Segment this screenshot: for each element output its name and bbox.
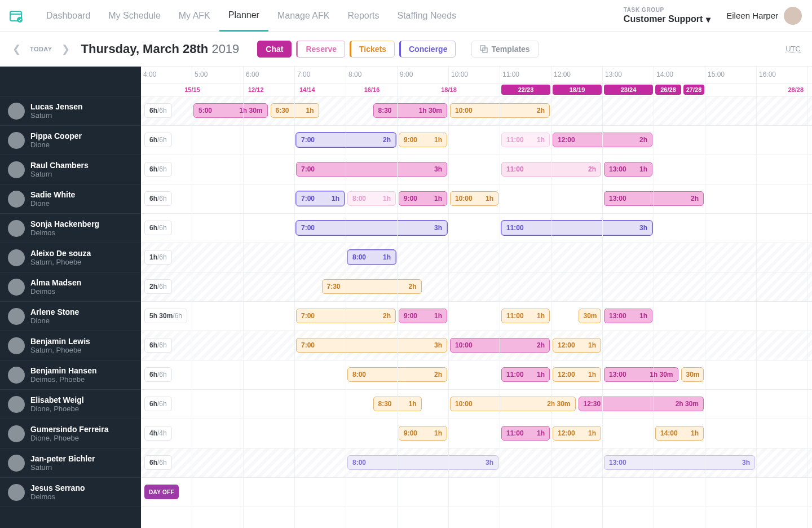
person-row[interactable]: Sadie WhiteDione	[0, 184, 141, 214]
schedule-block[interactable]: 10:002h	[450, 103, 550, 118]
schedule-block[interactable]: 11:002h	[501, 162, 601, 177]
person-row[interactable]: Elisabet WeiglDione, Phoebe	[0, 390, 141, 419]
person-row[interactable]: Alma MadsenDeimos	[0, 272, 141, 302]
schedule-block[interactable]: 7:002h	[296, 133, 396, 147]
nav-my-schedule[interactable]: My Schedule	[99, 0, 170, 31]
schedule-block[interactable]: 9:001h	[399, 426, 447, 441]
schedule-block[interactable]: 9:001h	[399, 133, 447, 147]
schedule-block[interactable]: 9:001h	[399, 309, 447, 323]
schedule-row[interactable]: 6h/6h8:301h10:002h 30m12:302h 30m	[141, 390, 812, 419]
person-name: Arlene Stone	[30, 307, 79, 317]
schedule-block[interactable]: 10:001h	[450, 191, 498, 206]
schedule-block[interactable]: 12:001h	[553, 338, 601, 353]
nav-dashboard[interactable]: Dashboard	[37, 0, 99, 31]
schedule-row[interactable]: 1h/6h8:001h	[141, 243, 812, 272]
hour-col: 13:00	[603, 67, 654, 83]
nav-reports[interactable]: Reports	[338, 0, 388, 31]
schedule-block[interactable]: 8:003h	[347, 455, 498, 470]
nav-staffing-needs[interactable]: Staffing Needs	[388, 0, 465, 31]
chip-reserve[interactable]: Reserve	[296, 41, 345, 58]
person-row[interactable]: Benjamin HansenDeimos, Phoebe	[0, 360, 141, 390]
schedule-block[interactable]: 11:001h	[501, 426, 550, 441]
prev-day-arrow[interactable]: ❮	[11, 43, 22, 55]
schedule-row[interactable]: DAY OFF	[141, 478, 812, 507]
nav-manage-afk[interactable]: Manage AFK	[268, 0, 339, 31]
hours-capacity: 6h/6h	[144, 162, 172, 177]
person-avatar	[8, 249, 25, 266]
schedule-block[interactable]: 7:001h	[296, 191, 345, 206]
person-row[interactable]: Gumersindo FerreiraDione, Phoebe	[0, 419, 141, 448]
schedule-block[interactable]: 11:001h	[501, 309, 550, 323]
schedule-block[interactable]: 6:301h	[271, 103, 319, 118]
next-day-arrow[interactable]: ❯	[60, 43, 71, 55]
schedule-row[interactable]: 6h/6h8:002h11:001h12:001h13:001h 30m30m	[141, 360, 812, 390]
hour-col: 6:00	[244, 67, 295, 83]
schedule-block[interactable]: 8:301h 30m	[373, 103, 448, 118]
schedule-block[interactable]: 7:302h	[322, 279, 422, 294]
user-menu[interactable]: Eileen Harper	[726, 7, 802, 25]
hour-label: 8:00	[348, 71, 361, 78]
person-avatar	[8, 191, 25, 208]
schedule-row[interactable]: 6h/6h5:001h 30m6:301h8:301h 30m10:002h	[141, 96, 812, 126]
today-button[interactable]: TODAY	[30, 46, 52, 52]
person-row[interactable]: Arlene StoneDione	[0, 302, 141, 331]
schedule-row[interactable]: 6h/6h8:003h13:003h	[141, 448, 812, 478]
schedule-block[interactable]: 11:001h	[501, 133, 550, 147]
schedule-row[interactable]: 6h/6h7:003h11:003h	[141, 214, 812, 243]
chip-concierge[interactable]: Concierge	[399, 41, 456, 58]
schedule-block[interactable]: 13:001h	[604, 309, 652, 323]
schedule-row[interactable]: 6h/6h7:003h10:002h12:001h	[141, 331, 812, 360]
chip-chat[interactable]: Chat	[257, 41, 292, 58]
schedule-row[interactable]: 6h/6h7:002h9:001h11:001h12:002h	[141, 126, 812, 155]
schedule-row[interactable]: 6h/6h7:001h8:001h9:001h10:001h13:002h	[141, 184, 812, 214]
person-row[interactable]: Raul ChambersSaturn	[0, 155, 141, 184]
schedule-block[interactable]: 10:002h 30m	[450, 397, 576, 411]
schedule-block[interactable]: 7:003h	[296, 162, 447, 177]
schedule-block[interactable]: 12:001h	[553, 426, 601, 441]
schedule-block[interactable]: 13:001h	[604, 162, 652, 177]
schedule-block[interactable]: 8:301h	[373, 397, 422, 411]
nav-planner[interactable]: Planner	[219, 0, 268, 32]
person-name: Benjamin Lewis	[30, 337, 90, 346]
schedule-block[interactable]: 8:002h	[347, 367, 447, 382]
person-avatar	[8, 367, 25, 384]
hour-col: 7:00	[295, 67, 346, 83]
schedule-block[interactable]: 12:001h	[553, 367, 601, 382]
schedule-block[interactable]: 8:001h	[347, 250, 396, 265]
person-name: Elisabet Weigl	[30, 395, 84, 405]
person-row[interactable]: Lucas JensenSaturn	[0, 96, 141, 126]
schedule-block[interactable]: 13:003h	[604, 455, 755, 470]
schedule-row[interactable]: 4h/4h9:001h11:001h12:001h14:001h	[141, 419, 812, 448]
nav-my-afk[interactable]: My AFK	[170, 0, 219, 31]
person-row[interactable]: Jesus SerranoDeimos	[0, 478, 141, 507]
person-row[interactable]: Pippa CooperDione	[0, 126, 141, 155]
schedule-block[interactable]: 13:002h	[604, 191, 704, 206]
schedule-block[interactable]: 5:001h 30m	[193, 103, 268, 118]
person-row[interactable]: Jan-peter BichlerSaturn	[0, 448, 141, 478]
schedule-block[interactable]: 30m	[579, 309, 602, 323]
schedule-block[interactable]: 13:001h 30m	[604, 367, 678, 382]
schedule-block[interactable]: 12:002h	[553, 133, 652, 147]
timezone-toggle[interactable]: UTC	[785, 45, 801, 53]
app-logo[interactable]	[8, 8, 24, 24]
schedule-block[interactable]: 10:002h	[450, 338, 550, 353]
chip-tickets[interactable]: Tickets	[350, 41, 395, 58]
schedule-block[interactable]: 11:001h	[501, 367, 550, 382]
schedule-row[interactable]: 6h/6h7:003h11:002h13:001h	[141, 155, 812, 184]
schedule-row[interactable]: 2h/6h7:302h	[141, 272, 812, 302]
schedule-block[interactable]: 30m	[681, 367, 704, 382]
schedule-block[interactable]: 7:003h	[296, 221, 447, 235]
schedule-block[interactable]: 11:003h	[501, 221, 652, 235]
schedule-block[interactable]: 9:001h	[399, 191, 447, 206]
person-row[interactable]: Aleixo De souzaSaturn, Phoebe	[0, 243, 141, 272]
schedule-block[interactable]: 12:302h 30m	[579, 397, 704, 411]
schedule-block[interactable]: 14:001h	[655, 426, 704, 441]
templates-button[interactable]: Templates	[471, 41, 538, 58]
person-row[interactable]: Benjamin LewisSaturn, Phoebe	[0, 331, 141, 360]
schedule-block[interactable]: 7:003h	[296, 338, 447, 353]
schedule-block[interactable]: 7:002h	[296, 309, 396, 323]
schedule-row[interactable]: 5h 30m/6h7:002h9:001h11:001h30m13:001h	[141, 302, 812, 331]
schedule-block[interactable]: 8:001h	[347, 191, 396, 206]
task-group-selector[interactable]: TASK GROUP Customer Support▾	[624, 7, 710, 25]
person-row[interactable]: Sonja HackenbergDeimos	[0, 214, 141, 243]
